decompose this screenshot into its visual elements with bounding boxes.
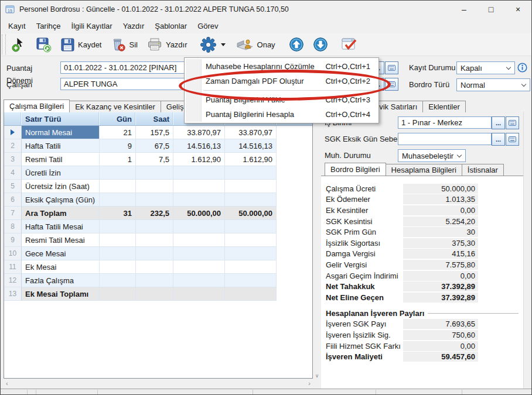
task-complete-button[interactable]: [339, 36, 360, 54]
row-number-cell[interactable]: 2: [4, 139, 22, 153]
menubar-item[interactable]: İlgili Kayıtlar: [66, 20, 118, 32]
row-type-cell[interactable]: Fazla Çalışma: [22, 274, 100, 287]
row-type-cell[interactable]: Ara Toplam: [22, 207, 100, 220]
approve-button[interactable]: Onay: [234, 36, 277, 54]
gun-cell[interactable]: 1: [100, 153, 136, 166]
gear-menu-button[interactable]: [198, 35, 229, 54]
new-record-button[interactable]: [10, 36, 29, 53]
row-number-cell[interactable]: 10: [4, 247, 22, 260]
grid-header-satir-turu[interactable]: Satır Türü: [22, 112, 100, 125]
row-number-cell[interactable]: 4: [4, 166, 22, 180]
print-button[interactable]: Yazdır: [145, 36, 189, 53]
tutar-cell[interactable]: [173, 260, 225, 274]
tutar-cell[interactable]: 14.516,13: [225, 139, 277, 153]
gun-cell[interactable]: [100, 220, 136, 233]
grid-header-gun[interactable]: Gün: [100, 112, 136, 125]
menu-item[interactable]: Zaman Damgalı PDF OluşturCtrl+O,Ctrl+2: [186, 74, 377, 88]
menu-item[interactable]: Puantaj Bilgilerini YükleCtrl+O,Ctrl+3: [186, 92, 377, 107]
close-button[interactable]: ×: [504, 1, 531, 18]
saat-cell[interactable]: [136, 274, 173, 287]
saat-cell[interactable]: 157,5: [136, 126, 173, 139]
tab-eklentiler[interactable]: Eklentiler: [422, 101, 465, 112]
scroll-right-icon[interactable]: ›: [308, 380, 311, 387]
saat-cell[interactable]: [136, 260, 173, 274]
table-row[interactable]: 8Hafta Tatili Mesai: [4, 220, 312, 233]
tab-ek-kazanc-ve-kesintiler[interactable]: Ek Kazanç ve Kesintiler: [69, 101, 161, 112]
grid-header-saat[interactable]: Saat: [136, 112, 173, 125]
puantaj-donemi-keyboard-button[interactable]: [385, 61, 398, 74]
scroll-down-icon[interactable]: ∨: [315, 373, 319, 379]
tutar-cell[interactable]: [225, 287, 277, 301]
menubar-item[interactable]: Görev: [192, 20, 223, 32]
is-birimi-keyboard-button[interactable]: [506, 116, 519, 129]
gun-cell[interactable]: 21: [100, 126, 136, 139]
tutar-cell[interactable]: [173, 180, 225, 193]
tutar-cell[interactable]: [225, 260, 277, 274]
row-type-cell[interactable]: Resmi Tatil Mesai: [22, 233, 100, 247]
sgk-eksik-gun-lookup-button[interactable]: ...: [492, 133, 505, 146]
gun-cell[interactable]: [100, 166, 136, 180]
save-refresh-button[interactable]: [34, 36, 53, 54]
table-row[interactable]: 11Ek Mesai: [4, 260, 312, 274]
tab-hesaplama-bilgileri[interactable]: Hesaplama Bilgileri: [386, 164, 462, 176]
row-type-cell[interactable]: Ücretsiz İzin (Saat): [22, 180, 100, 193]
row-type-cell[interactable]: Ücretli İzin: [22, 166, 100, 180]
gun-cell[interactable]: [100, 274, 136, 287]
saat-cell[interactable]: [136, 247, 173, 260]
tutar-cell[interactable]: [173, 233, 225, 247]
tab-bordro-bilgileri[interactable]: Bordro Bilgileri: [325, 163, 386, 176]
previous-record-button[interactable]: [287, 36, 306, 53]
table-row[interactable]: 9Resmi Tatil Mesai: [4, 233, 312, 247]
table-row[interactable]: 12Fazla Çalışma: [4, 274, 312, 287]
tutar-cell[interactable]: 14.516,13: [173, 139, 225, 153]
table-row[interactable]: 13Ek Mesai Toplamı: [4, 287, 312, 301]
table-row[interactable]: 7Ara Toplam31232,550.000,0050.000,00: [4, 207, 312, 220]
saat-cell[interactable]: [136, 220, 173, 233]
saat-cell[interactable]: [136, 233, 173, 247]
kayit-durumu-select[interactable]: Kapalı: [456, 61, 515, 74]
table-row[interactable]: 10Gece Mesai: [4, 247, 312, 260]
table-row[interactable]: 2Hafta Tatili967,514.516,1314.516,13: [4, 139, 312, 153]
table-row[interactable]: 4Ücretli İzin: [4, 166, 312, 180]
gun-cell[interactable]: [100, 260, 136, 274]
row-type-cell[interactable]: Hafta Tatili: [22, 139, 100, 153]
table-row[interactable]: Normal Mesai21157,533.870,9733.870,97: [4, 126, 312, 139]
table-row[interactable]: 6Eksik Çalışma (Gün): [4, 193, 312, 207]
tutar-cell[interactable]: [173, 220, 225, 233]
minimize-button[interactable]: –: [451, 1, 478, 18]
tutar-cell[interactable]: [173, 287, 225, 301]
row-type-cell[interactable]: Resmi Tatil: [22, 153, 100, 166]
row-number-cell[interactable]: 9: [4, 233, 22, 247]
menubar-item[interactable]: Kayıt: [3, 20, 31, 32]
tutar-cell[interactable]: [173, 193, 225, 207]
tutar-cell[interactable]: 50.000,00: [173, 207, 225, 220]
detail-vertical-scrollbar[interactable]: [523, 112, 532, 388]
row-number-cell[interactable]: 6: [4, 193, 22, 207]
table-row[interactable]: 3Resmi Tatil17,51.612,901.612,90: [4, 153, 312, 166]
saat-cell[interactable]: [136, 287, 173, 301]
calisan-keyboard-button[interactable]: [385, 78, 398, 91]
gun-cell[interactable]: [100, 247, 136, 260]
row-number-cell[interactable]: [4, 126, 22, 139]
tutar-cell[interactable]: [225, 180, 277, 193]
tutar-cell[interactable]: 33.870,97: [173, 126, 225, 139]
tutar-cell[interactable]: [225, 166, 277, 180]
row-number-cell[interactable]: 8: [4, 220, 22, 233]
tutar-cell[interactable]: 1.612,90: [173, 153, 225, 166]
row-type-cell[interactable]: Ek Mesai: [22, 260, 100, 274]
menubar-item[interactable]: Şablonlar: [149, 20, 192, 32]
scroll-left-icon[interactable]: ‹: [6, 380, 8, 387]
is-birimi-input[interactable]: 1 - Pınar - Merkez: [398, 116, 492, 129]
gun-cell[interactable]: 31: [100, 207, 136, 220]
tab-calisma-bilgileri[interactable]: Çalışma Bilgileri: [4, 99, 70, 112]
tutar-cell[interactable]: 33.870,97: [225, 126, 277, 139]
tutar-cell[interactable]: [225, 193, 277, 207]
row-number-cell[interactable]: 5: [4, 180, 22, 193]
row-number-cell[interactable]: 12: [4, 274, 22, 287]
grid-horizontal-scrollbar[interactable]: ‹›: [4, 379, 313, 387]
row-type-cell[interactable]: Normal Mesai: [22, 126, 100, 139]
row-type-cell[interactable]: Hafta Tatili Mesai: [22, 220, 100, 233]
menubar-item[interactable]: Tarihçe: [31, 20, 66, 32]
menu-item[interactable]: Muhasebe Hesaplarını ÇözümleCtrl+O,Ctrl+…: [186, 59, 377, 74]
tutar-cell[interactable]: [225, 247, 277, 260]
